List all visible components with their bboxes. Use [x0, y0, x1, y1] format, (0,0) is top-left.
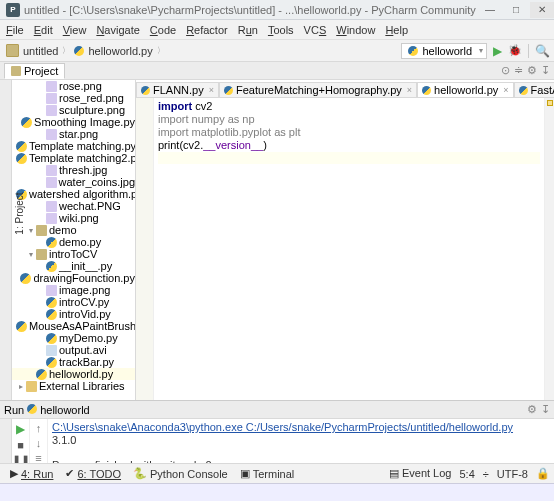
tree-item[interactable]: Smoothing Image.py [12, 116, 135, 128]
debug-button[interactable]: 🐞 [508, 44, 522, 57]
tree-item-label: demo [49, 224, 77, 236]
toolwin-todo[interactable]: ✔ 6: TODO [59, 467, 127, 480]
tree-item[interactable]: image.png [12, 284, 135, 296]
menu-navigate[interactable]: Navigate [96, 24, 139, 36]
toolwin-python-console[interactable]: 🐍 Python Console [127, 467, 234, 480]
breadcrumb-file[interactable]: helloworld.py [72, 45, 154, 57]
tree-item-label: rose_red.png [59, 92, 124, 104]
tree-item[interactable]: star.png [12, 128, 135, 140]
menu-refactor[interactable]: Refactor [186, 24, 228, 36]
settings-icon[interactable]: ⚙ [527, 64, 537, 77]
tree-item[interactable]: rose_red.png [12, 92, 135, 104]
rerun-icon[interactable]: ▶ [16, 422, 25, 436]
main-area: 1: Project rose.pngrose_red.pngsculpture… [0, 80, 554, 400]
tree-item[interactable]: Template matching.py [12, 140, 135, 152]
menu-code[interactable]: Code [150, 24, 176, 36]
tree-item[interactable]: sculpture.png [12, 104, 135, 116]
tree-item-label: sculpture.png [59, 104, 125, 116]
tree-item-label: wechat.PNG [59, 200, 121, 212]
tab-close-icon[interactable]: × [503, 85, 508, 95]
file-icon [16, 153, 27, 164]
minimize-button[interactable]: — [478, 2, 502, 18]
warning-marker-icon[interactable] [547, 100, 553, 106]
tree-item-label: wiki.png [59, 212, 99, 224]
menu-view[interactable]: View [63, 24, 87, 36]
tab-close-icon[interactable]: × [407, 85, 412, 95]
encoding[interactable]: UTF-8 [497, 468, 528, 480]
caret-position[interactable]: 5:4 [459, 468, 474, 480]
tab-close-icon[interactable]: × [209, 85, 214, 95]
menu-tools[interactable]: Tools [268, 24, 294, 36]
tree-item[interactable]: drawingFounction.py [12, 272, 135, 284]
search-icon[interactable]: 🔍 [535, 44, 550, 58]
tree-item[interactable]: wechat.PNG [12, 200, 135, 212]
breadcrumb-root[interactable]: untitled [4, 44, 60, 57]
lock-icon[interactable]: 🔒 [536, 467, 550, 480]
up-icon[interactable]: ↑ [36, 422, 42, 434]
tree-item[interactable]: helloworld.py [12, 368, 135, 380]
tree-item[interactable]: rose.png [12, 80, 135, 92]
line-separator[interactable]: ÷ [483, 468, 489, 480]
down-icon[interactable]: ↓ [36, 437, 42, 449]
run-button[interactable]: ▶ [493, 44, 502, 58]
run-hide-icon[interactable]: ↧ [541, 403, 550, 416]
scope-icon[interactable]: ⊙ [501, 64, 510, 77]
python-file-icon [519, 86, 528, 95]
hide-icon[interactable]: ↧ [541, 64, 550, 77]
navigation-bar: untitled 〉 helloworld.py 〉 helloworld ▾ … [0, 40, 554, 62]
tree-item[interactable]: water_coins.jpg [12, 176, 135, 188]
menu-help[interactable]: Help [385, 24, 408, 36]
close-button[interactable]: ✕ [530, 2, 554, 18]
file-icon [46, 309, 57, 320]
editor-tab[interactable]: helloworld.py× [417, 82, 513, 97]
tree-item[interactable]: trackBar.py [12, 356, 135, 368]
editor-tab-label: FLANN.py [153, 84, 204, 96]
editor-tab[interactable]: FLANN.py× [136, 82, 219, 97]
run-config-selector[interactable]: helloworld ▾ [401, 43, 487, 59]
tree-item[interactable]: myDemo.py [12, 332, 135, 344]
tree-item[interactable]: thresh.jpg [12, 164, 135, 176]
menu-file[interactable]: File [6, 24, 24, 36]
maximize-button[interactable]: □ [504, 2, 528, 18]
menu-edit[interactable]: Edit [34, 24, 53, 36]
run-tab[interactable]: helloworld [24, 404, 90, 416]
project-tree[interactable]: rose.pngrose_red.pngsculpture.pngSmoothi… [12, 80, 136, 400]
file-icon [46, 165, 57, 176]
tree-item[interactable]: MouseAsAPaintBrush.py [12, 320, 135, 332]
tree-item[interactable]: ▾demo [12, 224, 135, 236]
tree-item[interactable]: ▾introToCV [12, 248, 135, 260]
tree-item[interactable]: watershed algorithm.py [12, 188, 135, 200]
tree-item[interactable]: ▸External Libraries [12, 380, 135, 392]
title-bar: P untitled - [C:\Users\snake\PycharmProj… [0, 0, 554, 20]
project-tab[interactable]: Project [4, 63, 65, 79]
run-settings-icon[interactable]: ⚙ [527, 403, 537, 416]
stop-icon[interactable]: ■ [17, 439, 24, 451]
tree-item[interactable]: introCV.py [12, 296, 135, 308]
code-editor[interactable]: import cv2 import numpy as np import mat… [154, 98, 544, 400]
file-icon [46, 81, 57, 92]
os-taskbar[interactable] [0, 483, 554, 501]
tree-item[interactable]: __init__.py [12, 260, 135, 272]
tree-item[interactable]: Template matching2.py [12, 152, 135, 164]
toolwin-terminal[interactable]: ▣ Terminal [234, 467, 301, 480]
menu-run[interactable]: Run [238, 24, 258, 36]
tree-item[interactable]: introVid.py [12, 308, 135, 320]
toolwin-run[interactable]: ▶ 4: Run [4, 467, 59, 480]
side-label-project[interactable]: 1: Project [14, 192, 25, 234]
tree-toggle-icon[interactable]: ▾ [26, 226, 36, 235]
error-stripe[interactable] [544, 98, 554, 400]
tree-item[interactable]: demo.py [12, 236, 135, 248]
menu-vcs[interactable]: VCS [304, 24, 327, 36]
tree-toggle-icon[interactable]: ▾ [26, 250, 36, 259]
tree-item-label: trackBar.py [59, 356, 114, 368]
collapse-icon[interactable]: ≑ [514, 64, 523, 77]
tree-item[interactable]: output.avi [12, 344, 135, 356]
editor-tab[interactable]: FeatureMatching+Homography.py× [219, 82, 417, 97]
gutter[interactable] [136, 98, 154, 400]
editor-tab[interactable]: FastAlogrithom.py× [514, 82, 554, 97]
tree-toggle-icon[interactable]: ▸ [16, 382, 26, 391]
menu-window[interactable]: Window [336, 24, 375, 36]
tree-item[interactable]: wiki.png [12, 212, 135, 224]
side-strip-left[interactable]: 1: Project [0, 80, 12, 400]
event-log[interactable]: ▤ Event Log [389, 467, 452, 480]
